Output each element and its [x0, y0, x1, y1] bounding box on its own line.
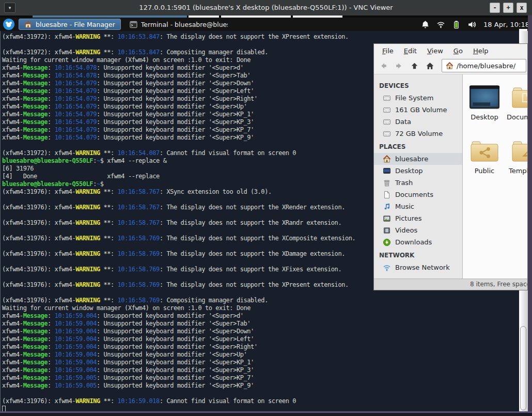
- xfce-panel: bluesabre - File ManagerTerminal - blues…: [0, 18, 532, 31]
- terminal-text: xfwm4-: [2, 80, 23, 87]
- sidebar-item-browse-network[interactable]: Browse Network: [374, 261, 462, 273]
- file-item-label: Public: [475, 167, 494, 175]
- vnc-close-button[interactable]: x: [517, 3, 527, 13]
- menu-label-part: H: [473, 47, 478, 55]
- terminal-text: (xfwm4:31976): xfwm4-: [2, 281, 75, 288]
- terminal-text: 10:16:58.769: [118, 266, 160, 273]
- sidebar-item-file-system[interactable]: File System: [374, 92, 462, 104]
- file-manager-window: FileEditViewGoHelp /home/bluesabre/ DEVI…: [373, 43, 528, 290]
- terminal-text: :: [48, 351, 55, 358]
- menu-help[interactable]: Help: [468, 45, 494, 56]
- sidebar-item-data[interactable]: Data: [374, 116, 462, 128]
- sidebar-item-label: 72 GB Volume: [395, 130, 443, 137]
- terminal-text: WARNING: [75, 149, 100, 157]
- sidebar-item-trash[interactable]: Trash: [374, 177, 462, 189]
- terminal-text: xfwm4-: [2, 320, 23, 327]
- sidebar-item-pictures[interactable]: Pictures: [374, 212, 462, 224]
- terminal-text: ~: [97, 157, 100, 164]
- file-item-desktop[interactable]: Desktop: [464, 82, 505, 133]
- terminal-text: : The display does not support the XFixe…: [160, 266, 341, 273]
- file-manager-sidebar: DEVICESFile System161 GB VolumeData72 GB…: [374, 74, 463, 279]
- terminal-text: 10:16:59.005: [55, 382, 97, 389]
- sidebar-item-desktop[interactable]: Desktop: [374, 165, 462, 177]
- taskbar-button[interactable]: Terminal - bluesabre@blues...: [124, 19, 233, 30]
- music-icon: [383, 203, 391, 211]
- xubuntu-menu-button[interactable]: [3, 18, 15, 30]
- terminal-text: Waiting for current window manager (Xfwm…: [2, 304, 251, 312]
- file-item-public[interactable]: Public: [464, 135, 505, 187]
- terminal-text: (xfwm4:31976): xfwm4-: [2, 297, 75, 304]
- tray-indicators: [421, 20, 476, 29]
- forward-button[interactable]: [393, 59, 405, 72]
- terminal-text: **:: [100, 33, 118, 40]
- sidebar-item-documents[interactable]: Documents: [374, 189, 462, 201]
- drive-icon: [383, 106, 391, 114]
- terminal-text: : Unsupported keyboard modifier '<Super>…: [97, 95, 258, 102]
- sidebar-item-label: File System: [395, 94, 433, 102]
- terminal-text: : Unsupported keyboard modifier '<Super>…: [97, 343, 258, 350]
- menu-label-part: G: [453, 47, 459, 55]
- terminal-text: : The display does not support the XRand…: [160, 219, 341, 226]
- terminal-line: xfwm4-Message: 10:16:59.004: Unsupported…: [2, 366, 518, 374]
- file-item-templates[interactable]: Templates: [505, 135, 527, 187]
- taskbar-button[interactable]: bluesabre - File Manager: [19, 19, 121, 30]
- sidebar-item-72-gb-volume[interactable]: 72 GB Volume: [374, 128, 462, 140]
- terminal-text: : Unsupported keyboard modifier '<Super>…: [97, 80, 254, 87]
- sidebar-item-videos[interactable]: Videos: [374, 224, 462, 236]
- up-button[interactable]: [408, 59, 421, 72]
- terminal-scrollbar-thumb[interactable]: [520, 326, 526, 410]
- file-item-documents[interactable]: Documents: [505, 82, 527, 133]
- back-button[interactable]: [377, 59, 390, 72]
- terminal-text: (xfwm4:31976): xfwm4-: [2, 204, 75, 211]
- volume-icon[interactable]: [467, 20, 476, 29]
- home-button[interactable]: [424, 59, 436, 72]
- sidebar-item-music[interactable]: Music: [374, 201, 462, 212]
- menu-go[interactable]: Go: [448, 45, 468, 56]
- terminal-text: 10:16:58.769: [118, 250, 160, 257]
- terminal-line: xfwm4-Message: 10:16:59.004: Unsupported…: [2, 335, 518, 343]
- menu-label-part: o: [459, 47, 463, 55]
- terminal-text: **:: [100, 397, 118, 405]
- terminal-text: 10:16:59.004: [55, 335, 97, 343]
- terminal-text: 10:16:58.767: [118, 204, 160, 211]
- terminal-text: Message: [23, 359, 48, 366]
- terminal-text: xfwm4-: [2, 343, 23, 350]
- sidebar-item-bluesabre[interactable]: bluesabre: [374, 153, 462, 165]
- terminal-text: :: [48, 382, 55, 389]
- terminal-text: (xfwm4:31976): xfwm4-: [2, 397, 75, 405]
- terminal-text: WARNING: [75, 33, 100, 40]
- taskbar-button-label: Terminal - bluesabre@blues...: [141, 21, 228, 28]
- terminal-text: : Unsupported keyboard modifier '<Super>…: [97, 335, 254, 343]
- menu-view[interactable]: View: [422, 45, 448, 56]
- terminal-text: Message: [23, 103, 48, 110]
- terminal-text: 10:16:53.847: [118, 33, 160, 40]
- vnc-minimize-button[interactable]: -: [490, 3, 500, 13]
- wifi-icon[interactable]: [436, 20, 445, 29]
- path-bar[interactable]: /home/bluesabre/: [442, 59, 526, 72]
- sidebar-item-downloads[interactable]: Downloads: [374, 236, 462, 248]
- panel-clock[interactable]: 18 Apr, 10:18: [483, 21, 529, 28]
- bell-icon[interactable]: [421, 20, 430, 29]
- vnc-maximize-button[interactable]: +: [503, 3, 513, 13]
- menu-edit[interactable]: Edit: [399, 45, 422, 56]
- battery-icon[interactable]: [452, 20, 461, 29]
- terminal-text: 10:16:59.004: [55, 320, 97, 327]
- terminal-text: 10:16:54.087: [118, 149, 160, 157]
- vnc-menu-button[interactable]: ▾: [4, 3, 15, 13]
- terminal-text: xfwm4-: [2, 111, 23, 118]
- terminal-text: xfwm4-: [2, 374, 23, 381]
- sidebar-section-network: NETWORKBrowse Network: [374, 249, 462, 273]
- home-icon: [24, 21, 32, 28]
- terminal-text: : Unsupported keyboard modifier '<Super>…: [97, 382, 254, 389]
- terminal-text: xfwm4-: [2, 103, 23, 110]
- terminal-text: :: [48, 343, 55, 350]
- sidebar-item-label: Videos: [395, 226, 417, 234]
- sidebar-item-161-gb-volume[interactable]: 161 GB Volume: [374, 104, 462, 116]
- menu-file[interactable]: File: [377, 45, 399, 56]
- terminal-text: xfwm4-: [2, 118, 23, 126]
- terminal-line: xfwm4-Message: 10:16:59.004: Unsupported…: [2, 351, 518, 359]
- desktop-wallpaper-bottom-strip: [0, 413, 532, 416]
- terminal-text: : Unsupported keyboard modifier '<Super>…: [97, 111, 254, 118]
- sidebar-header: DEVICES: [374, 80, 462, 92]
- file-pane[interactable]: DesktopDocumentsPublicTemplates: [463, 74, 527, 279]
